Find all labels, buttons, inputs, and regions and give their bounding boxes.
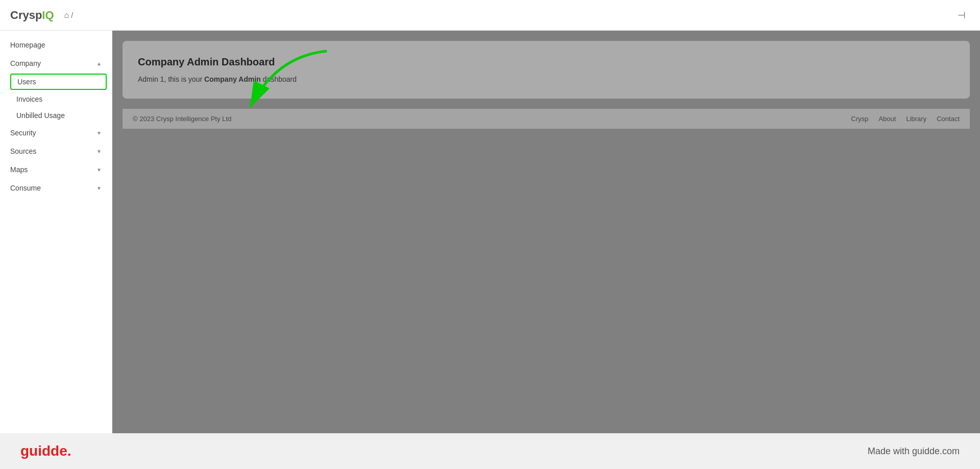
dashboard-text-prefix: Admin	[138, 75, 158, 83]
dashboard-title: Company Admin Dashboard	[138, 56, 954, 68]
sidebar-sub-item-invoices-label: Invoices	[16, 95, 42, 103]
dashboard-text-bold: Company Admin	[204, 75, 261, 83]
sidebar-item-security[interactable]: Security ▼	[0, 124, 112, 142]
main-layout: Homepage Company ▲ Users Invoices Unbill…	[0, 31, 980, 433]
app-logo: CryspIQ	[10, 9, 54, 22]
guidde-tagline: Made with guidde.com	[868, 446, 960, 457]
footer-links: Crysp About Library Contact	[851, 115, 960, 123]
sidebar-sub-item-unbilled-usage[interactable]: Unbilled Usage	[0, 107, 112, 124]
dashboard-text: Admin 1, this is your Company Admin dash…	[138, 75, 954, 83]
top-bar: CryspIQ ⌂ / ⊣	[0, 0, 980, 31]
home-icon[interactable]: ⌂	[64, 11, 69, 20]
footer-link-crysp[interactable]: Crysp	[851, 115, 869, 123]
dashboard-card: Company Admin Dashboard Admin 1, this is…	[123, 41, 970, 99]
sidebar-item-sources-label: Sources	[10, 147, 36, 155]
footer: © 2023 Crysp Intelligence Pty Ltd Crysp …	[123, 109, 970, 129]
guidde-logo: guidde.	[20, 443, 71, 459]
logo-text-iq: IQ	[42, 9, 54, 22]
footer-link-library[interactable]: Library	[906, 115, 926, 123]
main-content: Company Admin Dashboard Admin 1, this is…	[112, 31, 980, 433]
sidebar-sub-item-users[interactable]: Users	[10, 74, 107, 90]
sidebar-item-consume-label: Consume	[10, 184, 41, 192]
chevron-down-icon-consume: ▼	[97, 185, 102, 191]
chevron-up-icon: ▲	[97, 61, 102, 66]
footer-link-contact[interactable]: Contact	[937, 115, 960, 123]
breadcrumb: ⌂ /	[64, 11, 74, 20]
footer-copyright: © 2023 Crysp Intelligence Pty Ltd	[133, 115, 231, 123]
guidde-bar: guidde. Made with guidde.com	[0, 433, 980, 469]
chevron-down-icon: ▼	[97, 130, 102, 136]
dashboard-text-suffix2: dashboard	[263, 75, 297, 83]
logo-text-crysp: Crysp	[10, 9, 42, 22]
sidebar-item-security-label: Security	[10, 129, 36, 137]
chevron-down-icon-maps: ▼	[97, 167, 102, 173]
sidebar-item-company[interactable]: Company ▲	[0, 54, 112, 73]
dashboard-text-middle: 1, this is your	[160, 75, 202, 83]
breadcrumb-separator: /	[71, 11, 73, 19]
chevron-down-icon-sources: ▼	[97, 149, 102, 154]
sidebar-sub-item-unbilled-usage-label: Unbilled Usage	[16, 111, 65, 120]
footer-company-name: Crysp Intelligence Pty Ltd	[156, 115, 231, 123]
sidebar-item-company-label: Company	[10, 59, 41, 67]
footer-link-about[interactable]: About	[878, 115, 896, 123]
logout-button[interactable]: ⊣	[953, 8, 970, 23]
sidebar-item-maps-label: Maps	[10, 166, 28, 174]
sidebar-item-sources[interactable]: Sources ▼	[0, 142, 112, 160]
sidebar-item-homepage-label: Homepage	[10, 41, 45, 49]
sidebar: Homepage Company ▲ Users Invoices Unbill…	[0, 31, 112, 433]
sidebar-item-consume[interactable]: Consume ▼	[0, 179, 112, 197]
sidebar-sub-item-invoices[interactable]: Invoices	[0, 91, 112, 107]
sidebar-sub-item-users-label: Users	[17, 78, 36, 86]
sidebar-item-homepage[interactable]: Homepage	[0, 36, 112, 54]
copyright-year: © 2023	[133, 115, 154, 123]
sidebar-item-maps[interactable]: Maps ▼	[0, 160, 112, 179]
